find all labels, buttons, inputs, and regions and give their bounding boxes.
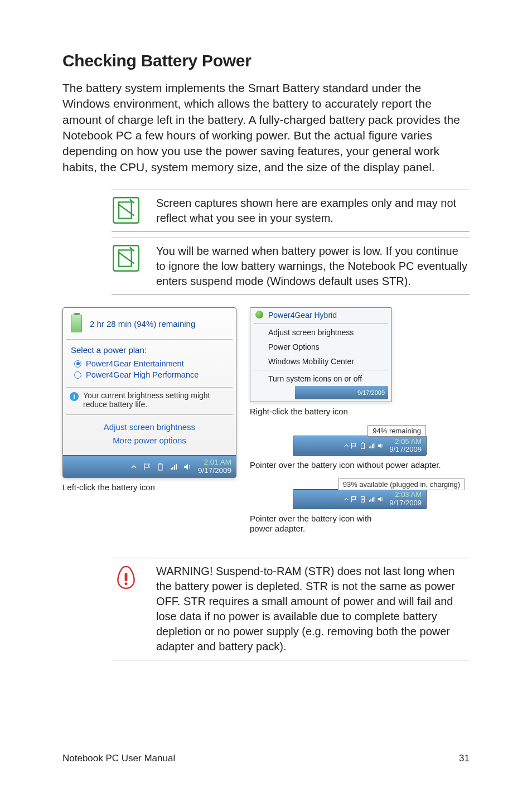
- rc-title[interactable]: Power4Gear Hybrid: [250, 308, 391, 322]
- note-block-1: Screen captures shown here are examples …: [112, 190, 470, 232]
- more-power-options-link[interactable]: More power options: [63, 434, 236, 447]
- caption-tip1: Pointer over the battery icon without po…: [250, 460, 470, 471]
- brightness-warning: Your current brightness setting might re…: [83, 391, 229, 409]
- chevron-up-icon[interactable]: [344, 443, 349, 448]
- clock[interactable]: 2:03 AM9/17/2009: [389, 491, 422, 507]
- plan1-label: Power4Gear Entertainment: [86, 359, 184, 368]
- mini-taskbar-1: 2:05 AM9/17/2009: [293, 436, 427, 456]
- chevron-up-icon[interactable]: [344, 496, 349, 502]
- caption-rc: Right-click the battery icon: [250, 407, 470, 417]
- warning-text: WARNING! Suspend-to-RAM (STR) does not l…: [156, 564, 470, 654]
- section-title: Checking Battery Power: [62, 51, 470, 70]
- mini-date: 9/17/2009: [357, 389, 385, 396]
- clock[interactable]: 2:05 AM9/17/2009: [389, 438, 422, 454]
- info-icon: i: [70, 392, 79, 401]
- battery-tray-icon[interactable]: [359, 442, 367, 450]
- rc-mini-tray: 9/17/2009: [295, 386, 388, 399]
- rc-item-brightness[interactable]: Adjust screen brightness: [250, 325, 391, 340]
- volume-icon[interactable]: [181, 461, 194, 473]
- rc-item-power-options[interactable]: Power Options: [250, 340, 391, 354]
- page-footer: Notebook PC User Manual 31: [62, 753, 470, 764]
- volume-icon[interactable]: [377, 495, 385, 503]
- tooltip-remaining: 94% remaining: [367, 425, 426, 437]
- svg-rect-7: [125, 573, 128, 581]
- clock[interactable]: 2:01 AM 9/17/2009: [198, 458, 231, 475]
- note-icon: [112, 244, 141, 289]
- battery-tray-icon[interactable]: [154, 461, 167, 473]
- plan-option-2[interactable]: Power4Gear High Performance: [74, 370, 228, 379]
- power-flyout: 2 hr 28 min (94%) remaining Select a pow…: [62, 307, 236, 478]
- warning-block: WARNING! Suspend-to-RAM (STR) does not l…: [112, 558, 470, 660]
- caption-left: Left-click the battery icon: [62, 482, 236, 493]
- adjust-brightness-link[interactable]: Adjust screen brightness: [63, 421, 236, 434]
- network-icon[interactable]: [168, 461, 180, 473]
- chevron-up-icon[interactable]: [128, 461, 140, 473]
- remaining-label: 2 hr 28 min (94%) remaining: [90, 319, 195, 328]
- radio-on-icon: [74, 360, 81, 368]
- svg-point-8: [125, 582, 128, 585]
- network-icon[interactable]: [368, 495, 376, 503]
- intro-paragraph: The battery system implements the Smart …: [62, 80, 470, 175]
- footer-left: Notebook PC User Manual: [62, 753, 175, 764]
- plan-option-1[interactable]: Power4Gear Entertainment: [74, 359, 228, 368]
- flag-icon[interactable]: [141, 461, 153, 473]
- radio-off-icon: [74, 371, 81, 379]
- flag-icon[interactable]: [350, 495, 358, 503]
- tooltip-charging: 93% available (plugged in, charging): [338, 479, 465, 490]
- battery-charging-icon[interactable]: [359, 495, 367, 503]
- caption-tip2: Pointer over the battery icon with power…: [250, 514, 395, 535]
- mini-taskbar-2: 2:03 AM9/17/2009: [293, 489, 427, 509]
- note-block-2: You will be warned when battery power is…: [112, 238, 470, 295]
- note-icon: [112, 196, 141, 226]
- warning-icon: [112, 564, 141, 654]
- flag-icon[interactable]: [350, 442, 358, 450]
- note-text-1: Screen captures shown here are examples …: [156, 196, 470, 226]
- rc-item-mobility-center[interactable]: Windows Mobility Center: [250, 354, 391, 369]
- network-icon[interactable]: [368, 442, 376, 450]
- svg-rect-4: [361, 443, 365, 448]
- plan2-label: Power4Gear High Performance: [86, 370, 199, 379]
- volume-icon[interactable]: [377, 442, 385, 450]
- battery-icon: [71, 315, 82, 332]
- svg-rect-3: [159, 463, 161, 464]
- page-number: 31: [459, 753, 470, 764]
- svg-rect-2: [158, 464, 162, 470]
- note-text-2: You will be warned when battery power is…: [156, 244, 470, 289]
- rc-item-system-icons[interactable]: Turn system icons on or off: [250, 371, 391, 386]
- select-plan-label: Select a power plan:: [71, 345, 228, 355]
- taskbar: 2:01 AM 9/17/2009: [63, 455, 236, 477]
- svg-rect-5: [362, 442, 364, 443]
- right-click-menu: Power4Gear Hybrid Adjust screen brightne…: [250, 307, 392, 402]
